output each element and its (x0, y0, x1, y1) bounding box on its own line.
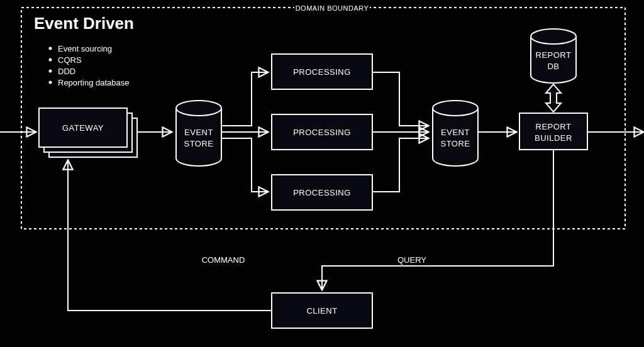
event-store-1-label-a: EVENT (184, 128, 213, 137)
bullet-item: Reporting database (58, 78, 129, 87)
domain-boundary-label: DOMAIN BOUNDARY (296, 4, 369, 12)
event-store-1-label-b: STORE (184, 139, 213, 148)
processing-2-label: PROCESSING (293, 128, 351, 137)
bullet-item: Event sourcing (58, 44, 112, 53)
event-store-2-label-a: EVENT (441, 128, 470, 137)
diagram-title: Event Driven (34, 14, 134, 33)
report-db-label-b: DB (547, 62, 559, 71)
svg-point-8 (433, 101, 478, 116)
gateway-node: GATEWAY (39, 108, 137, 157)
report-builder-label-a: REPORT (536, 122, 572, 131)
edge-store1-proc1 (221, 72, 267, 126)
client-label: CLIENT (306, 306, 337, 316)
report-builder-label-b: BUILDER (535, 133, 572, 143)
event-store-2-label-b: STORE (440, 139, 470, 148)
svg-point-7 (176, 101, 221, 116)
report-builder (519, 113, 587, 150)
svg-point-0 (49, 47, 52, 50)
edge-store1-proc3 (221, 138, 267, 192)
bidirectional-arrow-icon (546, 84, 561, 112)
edge-proc1-store2 (372, 72, 428, 126)
query-label: QUERY (397, 255, 426, 265)
edge-proc3-store2 (372, 138, 428, 192)
svg-point-9 (531, 29, 576, 44)
processing-1-label: PROCESSING (293, 67, 351, 77)
gateway-label: GATEWAY (62, 123, 104, 133)
svg-point-2 (49, 70, 52, 73)
bullet-item: DDD (58, 67, 75, 76)
svg-point-1 (49, 58, 52, 62)
edge-query (322, 150, 553, 289)
svg-point-3 (49, 81, 52, 84)
report-db-label-a: REPORT (536, 50, 572, 60)
bullet-item: CQRS (58, 55, 82, 65)
report-db: REPORT DB (531, 29, 576, 83)
processing-3-label: PROCESSING (293, 188, 351, 197)
edge-command (68, 161, 272, 311)
event-store-2: EVENT STORE (433, 101, 478, 166)
architecture-diagram: DOMAIN BOUNDARY Event Driven Event sourc… (0, 0, 644, 347)
command-label: COMMAND (202, 255, 245, 265)
event-store-1: EVENT STORE (176, 101, 221, 166)
bullets-list: Event sourcing CQRS DDD Reporting databa… (49, 44, 130, 87)
